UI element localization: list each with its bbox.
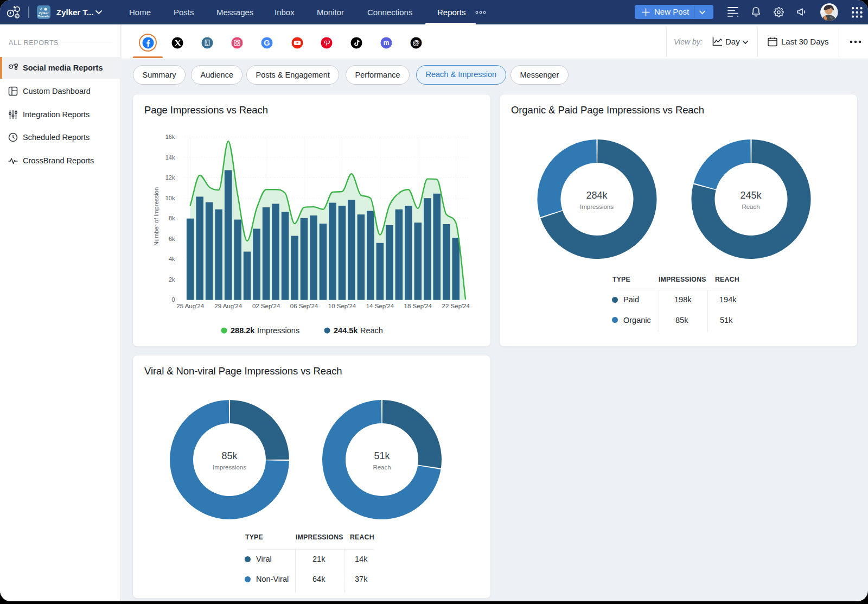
svg-text:12k: 12k xyxy=(165,174,175,181)
svg-text:Number of Impression: Number of Impression xyxy=(153,187,159,246)
svg-text:18 Sep'24: 18 Sep'24 xyxy=(404,303,432,309)
svg-text:14 Sep'24: 14 Sep'24 xyxy=(366,303,394,309)
svg-text:25 Aug'24: 25 Aug'24 xyxy=(176,303,204,309)
svg-text:29 Aug'24: 29 Aug'24 xyxy=(214,303,242,309)
svg-text:@: @ xyxy=(412,39,419,47)
svg-text:244.5k: 244.5k xyxy=(334,326,358,335)
svg-text:m: m xyxy=(384,39,390,47)
svg-text:0: 0 xyxy=(171,296,175,303)
svg-text:16k: 16k xyxy=(165,133,175,140)
svg-text:06 Sep'24: 06 Sep'24 xyxy=(290,303,318,309)
svg-text:10 Sep'24: 10 Sep'24 xyxy=(328,303,356,309)
svg-text:G: G xyxy=(264,39,270,47)
svg-text:4k: 4k xyxy=(169,256,175,262)
svg-text:14k: 14k xyxy=(165,154,175,161)
svg-text:02 Sep'24: 02 Sep'24 xyxy=(252,303,280,309)
svg-text:8k: 8k xyxy=(169,215,175,221)
svg-text:288.2k: 288.2k xyxy=(231,326,255,335)
svg-text:Travels: Travels xyxy=(38,14,50,18)
svg-text:Impressions: Impressions xyxy=(257,326,299,335)
svg-text:10k: 10k xyxy=(165,195,175,201)
svg-text:22 Sep'24: 22 Sep'24 xyxy=(442,303,470,309)
svg-text:2k: 2k xyxy=(169,276,175,283)
svg-text:6k: 6k xyxy=(169,236,175,242)
svg-text:Reach: Reach xyxy=(360,326,383,335)
